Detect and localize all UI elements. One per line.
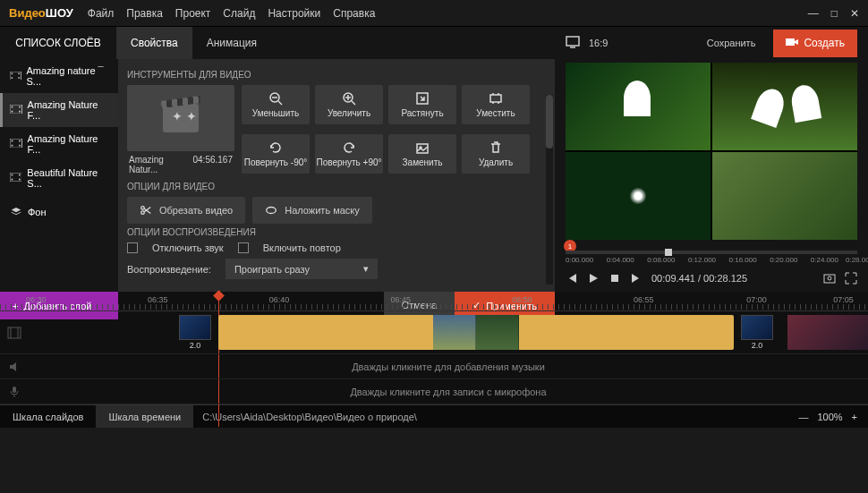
section-video-label: ОПЦИИ ДЛЯ ВИДЕО <box>127 182 546 191</box>
delete-button[interactable]: Удалить <box>462 134 530 174</box>
svg-rect-38 <box>824 275 835 283</box>
preview-viewport <box>566 63 857 240</box>
fit-button[interactable]: Уместить <box>462 85 530 124</box>
statusbar: Шкала слайдов Шкала времени C:\Users\Aid… <box>0 404 868 428</box>
crop-video-button[interactable]: Обрезать видео <box>127 197 245 224</box>
next-button[interactable] <box>630 272 642 285</box>
menu-help[interactable]: Справка <box>333 7 375 20</box>
menu-slide[interactable]: Слайд <box>223 7 255 20</box>
clip-name: Amazing Natur... <box>129 155 193 174</box>
svg-rect-37 <box>611 275 618 282</box>
scrollbar[interactable] <box>546 95 553 285</box>
layer-item[interactable]: Amazing nature ¯ S... <box>0 59 118 93</box>
aspect-ratio[interactable]: 16:9 <box>589 38 608 48</box>
svg-rect-8 <box>19 106 21 108</box>
film-icon <box>10 71 21 81</box>
stretch-button[interactable]: Растянуть <box>388 85 456 124</box>
mic-hint: Дважды кликните для записи с микрофона <box>29 379 868 404</box>
save-button[interactable]: Сохранить <box>698 32 765 54</box>
layer-label: Amazing Nature F... <box>28 133 111 155</box>
tick: 06:30 <box>26 295 47 304</box>
mic-icon <box>0 386 29 398</box>
tick: 06:50 <box>512 295 532 304</box>
layer-item[interactable]: Amazing Nature F... <box>0 93 118 127</box>
svg-rect-7 <box>12 111 13 113</box>
prev-button[interactable] <box>566 272 578 285</box>
svg-rect-18 <box>19 174 21 176</box>
apply-mask-button[interactable]: Наложить маску <box>252 197 372 224</box>
window-close[interactable]: ✕ <box>850 7 859 20</box>
mute-checkbox[interactable] <box>127 242 138 253</box>
menu-settings[interactable]: Настройки <box>268 7 320 20</box>
layer-list: Amazing nature ¯ S... Amazing Nature F..… <box>0 59 118 292</box>
play-button[interactable] <box>587 272 600 285</box>
layer-label: Amazing nature ¯ S... <box>27 65 111 87</box>
video-track[interactable]: 2.0 2.0 <box>0 311 868 354</box>
monitor-icon <box>566 36 580 50</box>
tab-time-scale[interactable]: Шкала времени <box>96 405 193 428</box>
menu-project[interactable]: Проект <box>175 7 211 20</box>
svg-rect-0 <box>10 72 21 80</box>
replace-button[interactable]: Заменить <box>388 134 456 174</box>
menu-edit[interactable]: Правка <box>126 7 163 20</box>
svg-rect-40 <box>8 327 21 338</box>
music-track[interactable]: Дважды кликните для добавления музыки <box>0 354 868 379</box>
app-logo: ВидеоШОУ <box>9 6 73 20</box>
svg-line-24 <box>352 101 355 105</box>
video-clip[interactable] <box>218 315 734 350</box>
fullscreen-button[interactable] <box>845 272 857 285</box>
project-path: C:\Users\Aida\Desktop\Видео\Видео о прир… <box>193 412 426 422</box>
rotate-left-button[interactable]: Повернуть -90° <box>242 134 310 174</box>
window-maximize[interactable]: □ <box>831 7 838 20</box>
svg-rect-19 <box>19 179 21 181</box>
playback-select[interactable]: Проиграть сразу▾ <box>226 259 378 279</box>
tick: 0:20.000 <box>770 256 797 264</box>
timeline: 06:30 06:35 06:40 06:45 06:50 06:55 07:0… <box>0 292 868 404</box>
tick: 06:45 <box>391 295 412 304</box>
svg-rect-1 <box>12 72 13 74</box>
layer-item[interactable]: Фон <box>0 195 118 229</box>
tick: 0:08.000 <box>647 256 675 264</box>
svg-rect-13 <box>19 140 21 142</box>
film-icon <box>10 139 22 149</box>
titlebar: ВидеоШОУ Файл Правка Проект Слайд Настро… <box>0 0 868 27</box>
zoom-value: 100% <box>817 412 842 422</box>
tab-slides-scale[interactable]: Шкала слайдов <box>0 405 96 428</box>
zoom-out[interactable]: — <box>798 412 808 422</box>
snapshot-button[interactable] <box>823 272 836 285</box>
create-button[interactable]: Создать <box>773 30 857 57</box>
video-icon <box>786 37 798 50</box>
layer-item[interactable]: Beautiful Nature S... <box>0 161 118 195</box>
playhead[interactable] <box>665 249 672 256</box>
menu-file[interactable]: Файл <box>88 7 115 20</box>
tick: 07:00 <box>746 295 767 304</box>
svg-rect-2 <box>12 77 13 79</box>
window-minimize[interactable]: — <box>808 7 819 20</box>
tab-properties[interactable]: Свойства <box>116 27 192 59</box>
svg-rect-28 <box>490 95 501 102</box>
zoom-in[interactable]: + <box>852 412 857 422</box>
svg-point-33 <box>267 208 277 214</box>
svg-rect-36 <box>786 38 795 46</box>
layers-icon <box>10 207 22 217</box>
tab-animation[interactable]: Анимация <box>192 27 271 59</box>
svg-rect-3 <box>18 72 20 74</box>
tick: 06:55 <box>634 295 654 304</box>
stop-button[interactable] <box>608 272 621 285</box>
timeline-ruler[interactable]: 06:30 06:35 06:40 06:45 06:50 06:55 07:0… <box>0 292 868 311</box>
video-clip[interactable] <box>787 315 868 350</box>
loop-checkbox[interactable] <box>238 242 249 253</box>
svg-rect-11 <box>12 140 13 142</box>
transition-clip[interactable]: 2.0 <box>741 315 773 350</box>
preview-ruler[interactable]: 1 0:00.000 0:04.000 0:08.000 0:12.000 0:… <box>566 240 857 265</box>
zoom-in-button[interactable]: Увеличить <box>315 85 383 124</box>
tick: 06:40 <box>269 295 290 304</box>
tick: 0:00.000 <box>566 256 593 264</box>
layer-item[interactable]: Amazing Nature F... <box>0 127 118 161</box>
rotate-right-button[interactable]: Повернуть +90° <box>315 134 383 174</box>
svg-rect-12 <box>12 145 13 147</box>
transition-clip[interactable]: 2.0 <box>179 315 211 350</box>
mic-track[interactable]: Дважды кликните для записи с микрофона <box>0 379 868 404</box>
svg-rect-10 <box>10 139 22 148</box>
zoom-out-button[interactable]: Уменьшить <box>242 85 310 124</box>
